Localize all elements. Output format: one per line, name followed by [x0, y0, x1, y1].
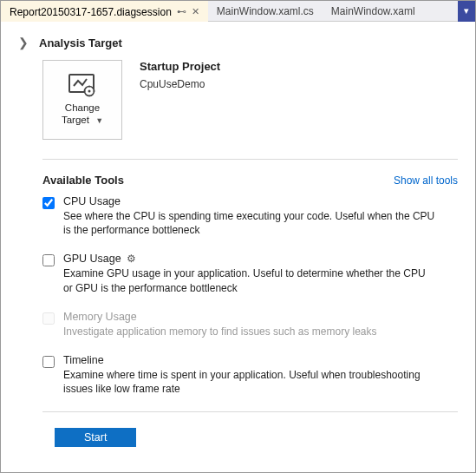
tab-label: MainWindow.xaml [331, 5, 415, 17]
tile-label-line2: Target [62, 115, 89, 125]
svg-point-2 [88, 90, 91, 93]
tab-label: Report20150317-1657.diagsession [10, 6, 172, 18]
tool-cpu-usage: CPU Usage See where the CPU is spending … [42, 195, 458, 237]
tab-overflow-menu[interactable]: ▾ [458, 1, 475, 22]
target-monitor-icon [68, 73, 97, 99]
tool-name: Memory Usage [63, 311, 137, 323]
tab-bar: Report20150317-1657.diagsession ⊷ ✕ Main… [1, 1, 475, 22]
show-all-tools-link[interactable]: Show all tools [394, 174, 458, 187]
available-tools-heading: Available Tools [42, 174, 124, 187]
tool-gpu-usage: GPU Usage ⚙ Examine GPU usage in your ap… [42, 253, 458, 294]
change-target-button[interactable]: Change Target ▼ [42, 60, 122, 140]
tool-desc: Examine GPU usage in your application. U… [63, 266, 436, 294]
tab-label: MainWindow.xaml.cs [217, 5, 314, 17]
tile-label-line1: Change [65, 102, 100, 113]
divider [42, 411, 458, 412]
tool-memory-usage: Memory Usage Investigate application mem… [42, 311, 458, 338]
divider [42, 159, 458, 160]
tab-report[interactable]: Report20150317-1657.diagsession ⊷ ✕ [1, 1, 208, 22]
tool-checkbox[interactable] [42, 197, 55, 209]
tool-checkbox[interactable] [42, 254, 55, 266]
project-title: Startup Project [140, 60, 220, 73]
analysis-target-heading: Analysis Target [39, 36, 122, 49]
project-name: CpuUseDemo [140, 78, 220, 90]
tool-desc: Investigate application memory to find i… [63, 325, 377, 338]
chevron-down-icon: ▼ [95, 116, 103, 125]
tool-name: CPU Usage [63, 195, 121, 207]
tool-desc: Examine where time is spent in your appl… [63, 368, 436, 396]
tool-desc: See where the CPU is spending time execu… [63, 209, 436, 237]
tool-name: GPU Usage [63, 253, 121, 265]
tool-checkbox [42, 312, 55, 325]
close-icon[interactable]: ✕ [192, 6, 199, 17]
gear-icon[interactable]: ⚙ [127, 253, 136, 265]
tool-timeline: Timeline Examine where time is spent in … [42, 354, 458, 396]
start-button[interactable]: Start [55, 428, 136, 447]
tab-mainwindow-cs[interactable]: MainWindow.xaml.cs [208, 2, 323, 21]
tool-name: Timeline [63, 354, 104, 366]
tool-checkbox[interactable] [42, 356, 55, 368]
pin-icon[interactable]: ⊷ [177, 6, 186, 17]
tab-mainwindow-xaml[interactable]: MainWindow.xaml [323, 2, 424, 21]
collapse-chevron-icon[interactable]: ❯ [18, 36, 27, 49]
